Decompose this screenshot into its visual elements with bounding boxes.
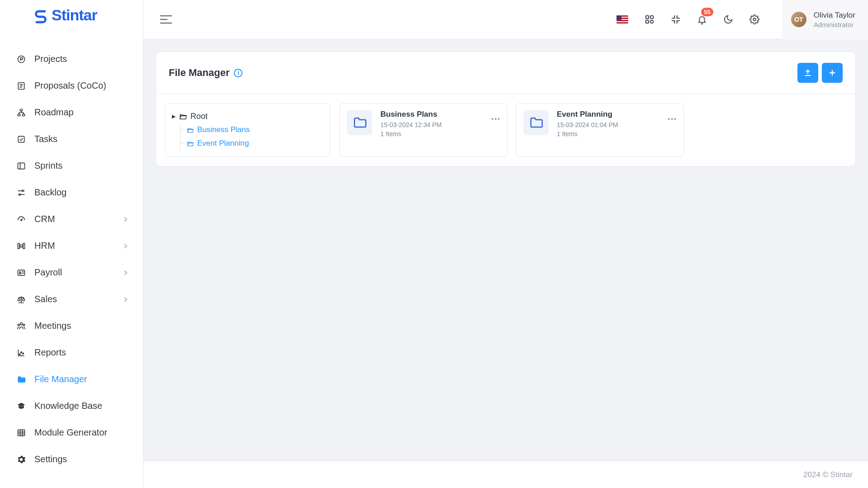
task-icon: [16, 134, 26, 144]
tree-node[interactable]: Event Planning: [187, 137, 323, 150]
tree-node[interactable]: Business Plans: [187, 123, 323, 137]
chevron-right-icon: [123, 296, 128, 303]
header-actions: [797, 63, 843, 83]
sidebar-item-reports[interactable]: Reports: [0, 339, 143, 366]
sidebar-item-module-generator[interactable]: Module Generator: [0, 419, 143, 446]
svg-point-15: [20, 322, 23, 325]
sidebar-item-proposals-coco-[interactable]: Proposals (CoCo): [0, 72, 143, 99]
footer: 2024 © Stintar: [143, 461, 868, 488]
svg-point-16: [18, 324, 19, 326]
new-folder-button[interactable]: [822, 63, 843, 83]
svg-rect-22: [645, 16, 648, 19]
scale-icon: [16, 294, 26, 304]
folder-card[interactable]: Event Planning15-03-2024 01:04 PM1 Items…: [516, 103, 684, 157]
upload-button[interactable]: [797, 63, 818, 83]
fullscreen-exit-icon[interactable]: [671, 14, 681, 24]
file-manager-card: File Manager i ▶ Root Bu: [156, 52, 856, 166]
hrm-icon: [16, 241, 26, 251]
svg-rect-23: [650, 16, 653, 19]
sidebar-item-label: Payroll: [34, 267, 62, 278]
sidebar-item-file-manager[interactable]: File Manager: [0, 366, 143, 393]
svg-rect-2: [20, 109, 23, 111]
folder-item-count: 1 Items: [557, 130, 618, 137]
sidebar-item-hrm[interactable]: HRM: [0, 232, 143, 259]
sidebar-item-label: Roadmap: [34, 107, 74, 118]
tree-node-label: Business Plans: [197, 125, 250, 134]
folder-menu-icon[interactable]: •••: [668, 115, 677, 123]
dark-mode-icon[interactable]: [723, 14, 733, 24]
gear-icon: [16, 455, 26, 464]
folder-card[interactable]: Business Plans15-03-2024 12:34 PM1 Items…: [339, 103, 508, 157]
apps-icon[interactable]: [645, 14, 655, 24]
user-menu[interactable]: OT Olivia Taylor Administrator: [782, 0, 868, 39]
chevron-right-icon: [123, 270, 128, 276]
user-role: Administrator: [814, 21, 855, 28]
folder-thumbnail: [523, 110, 549, 135]
sidebar-item-label: File Manager: [34, 374, 87, 384]
avatar: OT: [791, 12, 806, 27]
sidebar-item-knowledge-base[interactable]: Knowledge Base: [0, 393, 143, 419]
grid-icon: [16, 428, 26, 438]
sidebar-item-payroll[interactable]: Payroll: [0, 259, 143, 286]
notifications-icon[interactable]: 55: [697, 14, 707, 25]
brand-glyph: [33, 7, 49, 24]
user-name: Olivia Taylor: [814, 11, 855, 20]
svg-point-17: [23, 324, 25, 326]
sidebar-item-crm[interactable]: CRM: [0, 206, 143, 232]
sidebar-item-meetings[interactable]: Meetings: [0, 313, 143, 339]
folder-name: Event Planning: [557, 110, 618, 119]
sidebar-item-label: Knowledge Base: [34, 401, 102, 411]
folder-open-icon: [179, 113, 187, 120]
sidebar-item-label: Projects: [34, 54, 67, 64]
svg-rect-12: [20, 245, 23, 247]
gauge-icon: [16, 214, 26, 224]
svg-point-19: [21, 351, 22, 353]
footer-text: 2024 © Stintar: [803, 470, 853, 479]
sliders-icon: [16, 188, 26, 198]
svg-rect-21: [18, 430, 25, 436]
sitemap-icon: [16, 108, 26, 118]
sidebar-item-label: HRM: [34, 241, 55, 251]
folder-thumbnail: [347, 110, 372, 135]
id-icon: [16, 268, 26, 278]
flag-us-icon: [617, 15, 628, 24]
svg-point-26: [753, 18, 756, 21]
svg-rect-10: [18, 243, 19, 249]
sidebar-item-projects[interactable]: Projects: [0, 46, 143, 72]
brand-logo[interactable]: Stintar: [0, 0, 143, 30]
chevron-right-icon: [123, 216, 128, 223]
sidebar-item-tasks[interactable]: Tasks: [0, 126, 143, 152]
sidebar-item-label: Sales: [34, 294, 57, 304]
sidebar-item-sprints[interactable]: Sprints: [0, 152, 143, 179]
sidebar-item-settings[interactable]: Settings: [0, 446, 143, 473]
doc-icon: [16, 81, 26, 91]
notification-badge: 55: [701, 8, 713, 16]
menu-toggle-icon[interactable]: [160, 14, 172, 24]
folder-grid: Business Plans15-03-2024 12:34 PM1 Items…: [339, 103, 846, 157]
sidebar-item-label: Backlog: [34, 187, 66, 198]
sidebar-item-backlog[interactable]: Backlog: [0, 179, 143, 206]
sidebar-item-label: Module Generator: [34, 427, 107, 438]
info-icon[interactable]: i: [234, 69, 242, 77]
page-title: File Manager: [169, 67, 229, 79]
language-flag[interactable]: [617, 15, 628, 24]
svg-rect-5: [18, 136, 24, 142]
tree-root[interactable]: ▶ Root: [172, 110, 323, 123]
sidebar-item-label: Meetings: [34, 321, 71, 331]
settings-icon[interactable]: [749, 14, 759, 24]
sidebar-item-label: Tasks: [34, 134, 57, 144]
sidebar-nav: ProjectsProposals (CoCo)RoadmapTasksSpri…: [0, 30, 143, 488]
folder-icon: [16, 374, 26, 384]
grad-icon: [16, 401, 26, 411]
sidebar-item-label: CRM: [34, 214, 55, 224]
svg-point-8: [19, 194, 20, 195]
people-icon: [16, 321, 26, 331]
sidebar-item-roadmap[interactable]: Roadmap: [0, 99, 143, 126]
folder-menu-icon[interactable]: •••: [491, 115, 501, 123]
sidebar-item-sales[interactable]: Sales: [0, 286, 143, 313]
tree-root-label: Root: [190, 112, 208, 121]
caret-icon: ▶: [172, 114, 175, 119]
sidebar-item-label: Sprints: [34, 161, 62, 171]
brand-text: Stintar: [52, 6, 97, 24]
panel-icon: [16, 161, 26, 171]
